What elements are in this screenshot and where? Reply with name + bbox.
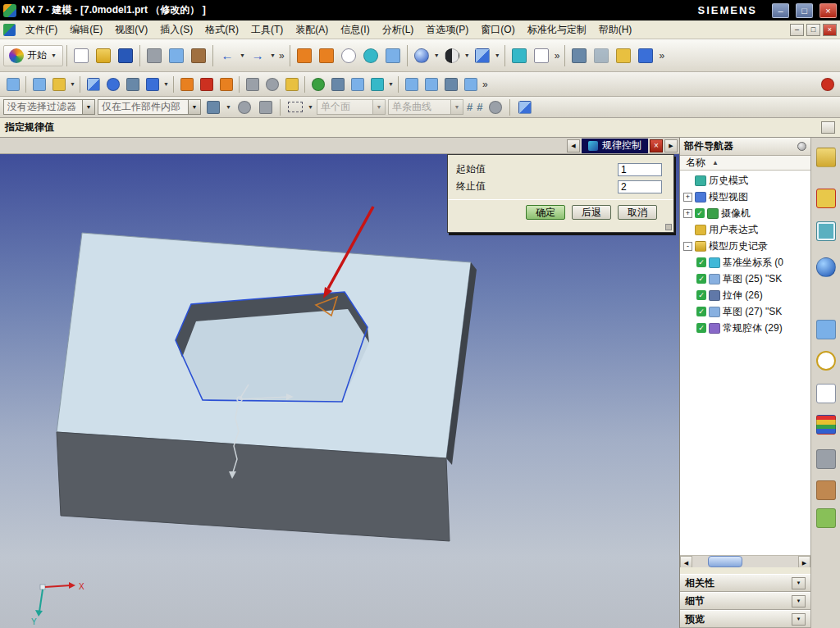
- menu-item-window[interactable]: 窗口(O): [475, 21, 520, 39]
- orient-dropdown-icon[interactable]: ▼: [494, 52, 501, 58]
- checkbox-checked-icon[interactable]: ✓: [696, 274, 706, 284]
- primitive-dropdown-icon[interactable]: ▼: [162, 81, 170, 87]
- start-button[interactable]: 开始 ▼: [3, 45, 63, 66]
- curve-rule-combo[interactable]: 单条曲线 ▼: [388, 99, 463, 115]
- rotate-view-button[interactable]: [360, 45, 381, 66]
- block-button[interactable]: [123, 75, 142, 93]
- tree-item-datum-csys[interactable]: ✓ 基准坐标系 (0: [680, 254, 810, 271]
- selection-filter-combo[interactable]: 没有选择过滤器 ▼: [3, 99, 95, 115]
- menu-item-format[interactable]: 格式(R): [199, 21, 244, 39]
- expander-icon[interactable]: -: [683, 242, 692, 251]
- menu-item-tools[interactable]: 工具(T): [245, 21, 289, 39]
- section-expand-icon[interactable]: ▼: [792, 595, 806, 608]
- toolbar-overflow-icon[interactable]: »: [277, 50, 286, 61]
- csys-display-button[interactable]: [509, 45, 530, 66]
- menu-item-information[interactable]: 信息(I): [335, 21, 375, 39]
- menu-item-assemblies[interactable]: 装配(A): [290, 21, 334, 39]
- history-icon[interactable]: [816, 351, 836, 371]
- maximize-button[interactable]: □: [796, 3, 813, 18]
- tree-item-cameras[interactable]: + ✓ 摄像机: [680, 205, 810, 221]
- checkbox-checked-icon[interactable]: ✓: [696, 257, 706, 267]
- through-curves-button[interactable]: [441, 75, 460, 93]
- grid-snap-2-icon[interactable]: #: [476, 101, 483, 113]
- menu-item-preferences[interactable]: 首选项(P): [420, 21, 474, 39]
- swept-button[interactable]: [402, 75, 421, 93]
- menu-item-edit[interactable]: 编辑(E): [64, 21, 108, 39]
- shell-button[interactable]: [368, 75, 386, 93]
- constraint-navigator-icon[interactable]: [816, 189, 836, 208]
- expander-icon[interactable]: +: [683, 193, 692, 202]
- section-preview[interactable]: 预览 ▼: [680, 610, 810, 628]
- start-value-input[interactable]: [618, 163, 662, 176]
- scrollbar-track[interactable]: [692, 556, 798, 567]
- pocket-floor[interactable]: [182, 309, 369, 402]
- window-layout-button[interactable]: [3, 75, 22, 93]
- menu-item-view[interactable]: 视图(V): [109, 21, 153, 39]
- extrude-button[interactable]: [84, 75, 103, 93]
- zoom-button[interactable]: [338, 45, 359, 66]
- open-file-button[interactable]: [93, 45, 114, 66]
- menu-item-insert[interactable]: 插入(S): [154, 21, 199, 39]
- tree-item-user-expressions[interactable]: 用户表达式: [680, 221, 810, 238]
- process-studio-icon[interactable]: [816, 384, 836, 403]
- part-navigator-icon[interactable]: [816, 221, 836, 241]
- scrollbar-thumb[interactable]: [708, 556, 742, 567]
- rendering-style-button[interactable]: [441, 45, 463, 66]
- orient-view-button[interactable]: [472, 45, 493, 66]
- close-button[interactable]: ×: [819, 3, 837, 18]
- internet-browser-icon[interactable]: [816, 257, 836, 277]
- rib-button[interactable]: [217, 75, 235, 93]
- work-view-button[interactable]: [515, 98, 534, 116]
- zoom-window-button[interactable]: [316, 45, 337, 66]
- hole-button[interactable]: [197, 75, 216, 93]
- minimize-button[interactable]: –: [772, 3, 789, 18]
- snap-point-button[interactable]: [591, 45, 612, 66]
- roles-icon[interactable]: [816, 415, 836, 435]
- sketch-button[interactable]: [49, 75, 68, 93]
- save-button[interactable]: [115, 45, 136, 66]
- toolbar-overflow-icon[interactable]: »: [657, 50, 666, 61]
- tree-item-general-pocket-29[interactable]: ✓ 常规腔体 (29): [680, 320, 810, 336]
- pan-view-button[interactable]: [382, 45, 404, 66]
- dialog-title-bar[interactable]: 规律控制: [582, 139, 648, 153]
- section-dependencies[interactable]: 相关性 ▼: [680, 574, 810, 592]
- tree-item-extrude-26[interactable]: ✓ 拉伸 (26): [680, 287, 810, 303]
- scroll-left-icon[interactable]: ◀: [680, 556, 692, 568]
- dialog-rail-next-button[interactable]: ▶: [664, 139, 678, 152]
- select-all-button[interactable]: [256, 98, 275, 116]
- snap-settings-button[interactable]: [203, 98, 222, 116]
- sketch-dropdown-icon[interactable]: ▼: [69, 81, 76, 87]
- expander-icon[interactable]: +: [683, 209, 692, 218]
- toolbar-overflow-icon[interactable]: »: [553, 50, 562, 61]
- checkbox-checked-icon[interactable]: ✓: [696, 290, 706, 300]
- undo-button[interactable]: ←: [217, 45, 238, 66]
- face-rule-combo[interactable]: 单个面 ▼: [317, 99, 386, 115]
- fit-view-button[interactable]: [294, 45, 315, 66]
- copy-button[interactable]: [166, 45, 187, 66]
- end-value-input[interactable]: [618, 180, 662, 193]
- line-button[interactable]: [243, 75, 262, 93]
- menu-item-help[interactable]: 帮助(H): [593, 21, 638, 39]
- tree-item-sketch-25[interactable]: ✓ 草图 (25) "SK: [680, 271, 810, 287]
- navigator-column-header[interactable]: 名称 ▲: [680, 156, 810, 171]
- tree-item-model-views[interactable]: + 模型视图: [680, 189, 810, 205]
- chevron-down-icon[interactable]: ▼: [188, 100, 200, 114]
- revolve-button[interactable]: [103, 75, 122, 93]
- mdi-restore-button[interactable]: □: [806, 24, 820, 36]
- paste-button[interactable]: [188, 45, 209, 66]
- cancel-button[interactable]: 取消: [618, 205, 657, 220]
- toolbar-overflow-icon[interactable]: »: [481, 79, 490, 90]
- cut-button[interactable]: [144, 45, 165, 66]
- shaded-view-button[interactable]: [411, 45, 432, 66]
- arc-button[interactable]: [262, 75, 281, 93]
- panel-toggle-icon[interactable]: [821, 121, 835, 134]
- boss-button[interactable]: [177, 75, 196, 93]
- navigator-hscrollbar[interactable]: ◀ ▶: [680, 555, 810, 567]
- ok-button[interactable]: 确定: [526, 205, 565, 220]
- view-manipulation-button[interactable]: [818, 75, 837, 93]
- reuse-library-icon[interactable]: [816, 320, 836, 339]
- cylinder-button[interactable]: [143, 75, 162, 93]
- mesh-surface-button[interactable]: [422, 75, 441, 93]
- undo-dropdown-icon[interactable]: ▼: [239, 52, 246, 58]
- detail-dropdown-icon[interactable]: ▼: [387, 81, 395, 87]
